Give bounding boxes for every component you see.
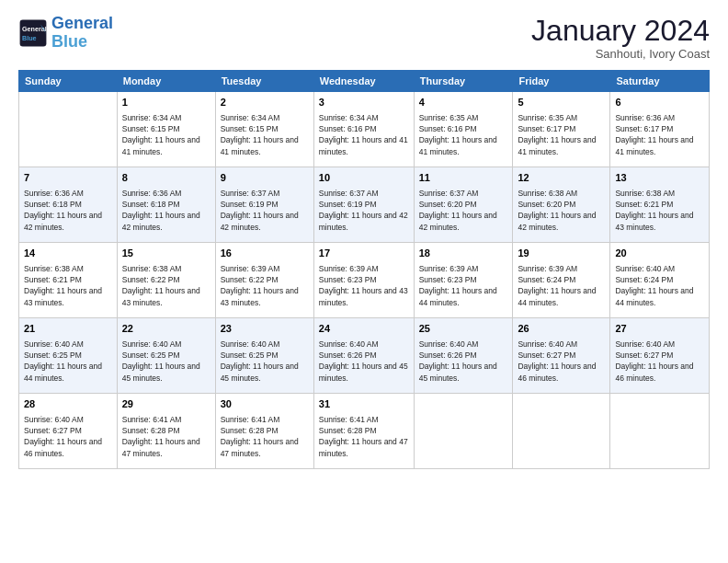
day-cell: 27Sunrise: 6:40 AMSunset: 6:27 PMDayligh… <box>610 318 710 394</box>
day-info: Sunrise: 6:37 AMSunset: 6:19 PMDaylight:… <box>221 188 309 233</box>
day-number: 1 <box>122 96 210 109</box>
day-info: Sunrise: 6:37 AMSunset: 6:19 PMDaylight:… <box>319 188 409 233</box>
day-number: 7 <box>24 171 112 185</box>
day-cell: 6Sunrise: 6:36 AMSunset: 6:17 PMDaylight… <box>610 92 710 167</box>
day-number: 8 <box>122 171 210 185</box>
col-tuesday: Tuesday <box>215 71 313 92</box>
day-cell: 16Sunrise: 6:39 AMSunset: 6:22 PMDayligh… <box>215 243 313 318</box>
day-cell: 17Sunrise: 6:39 AMSunset: 6:23 PMDayligh… <box>313 243 414 318</box>
day-number: 18 <box>419 247 508 260</box>
day-info: Sunrise: 6:38 AMSunset: 6:22 PMDaylight:… <box>122 263 210 308</box>
day-info: Sunrise: 6:40 AMSunset: 6:25 PMDaylight:… <box>221 339 309 384</box>
day-number: 15 <box>122 247 210 260</box>
day-info: Sunrise: 6:40 AMSunset: 6:25 PMDaylight:… <box>24 339 112 384</box>
week-row-2: 14Sunrise: 6:38 AMSunset: 6:21 PMDayligh… <box>19 243 710 318</box>
day-info: Sunrise: 6:40 AMSunset: 6:24 PMDaylight:… <box>615 263 704 308</box>
location-subtitle: Sanhouti, Ivory Coast <box>531 47 710 61</box>
day-number: 24 <box>319 322 409 336</box>
day-info: Sunrise: 6:39 AMSunset: 6:22 PMDaylight:… <box>221 263 309 308</box>
day-info: Sunrise: 6:41 AMSunset: 6:28 PMDaylight:… <box>319 414 409 459</box>
day-info: Sunrise: 6:38 AMSunset: 6:20 PMDaylight:… <box>518 188 605 233</box>
day-number: 25 <box>419 322 508 336</box>
day-info: Sunrise: 6:34 AMSunset: 6:15 PMDaylight:… <box>221 112 309 157</box>
logo: General Blue GeneralBlue <box>18 15 113 52</box>
col-thursday: Thursday <box>414 71 513 92</box>
day-cell: 14Sunrise: 6:38 AMSunset: 6:21 PMDayligh… <box>19 243 118 318</box>
col-monday: Monday <box>117 71 215 92</box>
day-cell: 23Sunrise: 6:40 AMSunset: 6:25 PMDayligh… <box>215 318 313 394</box>
day-cell: 3Sunrise: 6:34 AMSunset: 6:16 PMDaylight… <box>313 92 414 167</box>
day-info: Sunrise: 6:40 AMSunset: 6:26 PMDaylight:… <box>419 339 508 384</box>
day-cell: 11Sunrise: 6:37 AMSunset: 6:20 PMDayligh… <box>414 167 513 243</box>
day-number: 2 <box>221 96 309 109</box>
day-cell <box>513 394 610 469</box>
day-cell: 29Sunrise: 6:41 AMSunset: 6:28 PMDayligh… <box>117 394 215 469</box>
col-friday: Friday <box>513 71 610 92</box>
day-cell <box>19 92 118 167</box>
day-number: 19 <box>518 247 605 260</box>
col-sunday: Sunday <box>19 71 118 92</box>
day-info: Sunrise: 6:36 AMSunset: 6:18 PMDaylight:… <box>24 188 112 233</box>
svg-text:General: General <box>22 25 47 33</box>
day-info: Sunrise: 6:34 AMSunset: 6:15 PMDaylight:… <box>122 112 210 157</box>
day-number: 31 <box>319 397 409 411</box>
day-number: 29 <box>122 397 210 411</box>
day-cell: 13Sunrise: 6:38 AMSunset: 6:21 PMDayligh… <box>610 167 710 243</box>
day-info: Sunrise: 6:40 AMSunset: 6:27 PMDaylight:… <box>615 339 704 384</box>
day-number: 13 <box>615 171 704 185</box>
header-row: Sunday Monday Tuesday Wednesday Thursday… <box>19 71 710 92</box>
day-info: Sunrise: 6:39 AMSunset: 6:23 PMDaylight:… <box>419 263 508 308</box>
day-number: 21 <box>24 322 112 336</box>
day-cell: 21Sunrise: 6:40 AMSunset: 6:25 PMDayligh… <box>19 318 118 394</box>
day-cell: 31Sunrise: 6:41 AMSunset: 6:28 PMDayligh… <box>313 394 414 469</box>
col-saturday: Saturday <box>610 71 710 92</box>
week-row-1: 7Sunrise: 6:36 AMSunset: 6:18 PMDaylight… <box>19 167 710 243</box>
day-cell: 26Sunrise: 6:40 AMSunset: 6:27 PMDayligh… <box>513 318 610 394</box>
day-cell: 28Sunrise: 6:40 AMSunset: 6:27 PMDayligh… <box>19 394 118 469</box>
day-info: Sunrise: 6:40 AMSunset: 6:27 PMDaylight:… <box>24 414 112 459</box>
day-cell: 7Sunrise: 6:36 AMSunset: 6:18 PMDaylight… <box>19 167 118 243</box>
logo-text: GeneralBlue <box>51 15 113 52</box>
day-info: Sunrise: 6:40 AMSunset: 6:27 PMDaylight:… <box>518 339 605 384</box>
day-number: 16 <box>221 247 309 260</box>
day-info: Sunrise: 6:34 AMSunset: 6:16 PMDaylight:… <box>319 112 409 157</box>
day-number: 5 <box>518 96 605 109</box>
day-cell: 15Sunrise: 6:38 AMSunset: 6:22 PMDayligh… <box>117 243 215 318</box>
day-number: 6 <box>615 96 704 109</box>
day-info: Sunrise: 6:35 AMSunset: 6:16 PMDaylight:… <box>419 112 508 157</box>
day-cell: 30Sunrise: 6:41 AMSunset: 6:28 PMDayligh… <box>215 394 313 469</box>
day-number: 10 <box>319 171 409 185</box>
day-cell: 12Sunrise: 6:38 AMSunset: 6:20 PMDayligh… <box>513 167 610 243</box>
day-cell: 22Sunrise: 6:40 AMSunset: 6:25 PMDayligh… <box>117 318 215 394</box>
header: General Blue GeneralBlue January 2024 Sa… <box>18 15 710 61</box>
day-number: 11 <box>419 171 508 185</box>
day-info: Sunrise: 6:41 AMSunset: 6:28 PMDaylight:… <box>122 414 210 459</box>
day-cell: 18Sunrise: 6:39 AMSunset: 6:23 PMDayligh… <box>414 243 513 318</box>
day-cell: 5Sunrise: 6:35 AMSunset: 6:17 PMDaylight… <box>513 92 610 167</box>
calendar-page: General Blue GeneralBlue January 2024 Sa… <box>0 0 728 563</box>
col-wednesday: Wednesday <box>313 71 414 92</box>
day-cell: 4Sunrise: 6:35 AMSunset: 6:16 PMDaylight… <box>414 92 513 167</box>
day-number: 17 <box>319 247 409 260</box>
day-info: Sunrise: 6:40 AMSunset: 6:25 PMDaylight:… <box>122 339 210 384</box>
day-cell <box>610 394 710 469</box>
day-info: Sunrise: 6:35 AMSunset: 6:17 PMDaylight:… <box>518 112 605 157</box>
day-number: 23 <box>221 322 309 336</box>
day-number: 26 <box>518 322 605 336</box>
day-cell: 8Sunrise: 6:36 AMSunset: 6:18 PMDaylight… <box>117 167 215 243</box>
day-number: 28 <box>24 397 112 411</box>
day-cell: 20Sunrise: 6:40 AMSunset: 6:24 PMDayligh… <box>610 243 710 318</box>
day-cell: 24Sunrise: 6:40 AMSunset: 6:26 PMDayligh… <box>313 318 414 394</box>
day-number: 4 <box>419 96 508 109</box>
day-info: Sunrise: 6:39 AMSunset: 6:23 PMDaylight:… <box>319 263 409 308</box>
svg-text:Blue: Blue <box>22 34 37 42</box>
week-row-3: 21Sunrise: 6:40 AMSunset: 6:25 PMDayligh… <box>19 318 710 394</box>
day-info: Sunrise: 6:41 AMSunset: 6:28 PMDaylight:… <box>221 414 309 459</box>
day-cell: 19Sunrise: 6:39 AMSunset: 6:24 PMDayligh… <box>513 243 610 318</box>
day-info: Sunrise: 6:40 AMSunset: 6:26 PMDaylight:… <box>319 339 409 384</box>
day-info: Sunrise: 6:36 AMSunset: 6:17 PMDaylight:… <box>615 112 704 157</box>
day-info: Sunrise: 6:38 AMSunset: 6:21 PMDaylight:… <box>24 263 112 308</box>
day-info: Sunrise: 6:37 AMSunset: 6:20 PMDaylight:… <box>419 188 508 233</box>
day-number: 3 <box>319 96 409 109</box>
day-cell: 2Sunrise: 6:34 AMSunset: 6:15 PMDaylight… <box>215 92 313 167</box>
